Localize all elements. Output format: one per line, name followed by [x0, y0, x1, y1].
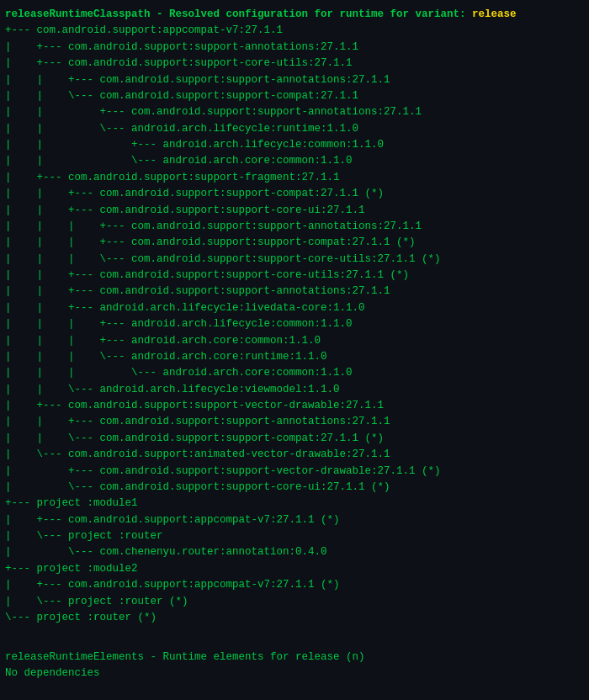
terminal-line: No dependencies — [5, 666, 584, 681]
terminal-line: | +--- com.android.support:support-vecto… — [5, 464, 584, 480]
terminal-line: | +--- com.android.support:support-fragm… — [5, 170, 584, 186]
terminal-line: | \--- com.chenenyu.router:annotation:0.… — [5, 544, 584, 560]
terminal-line: | | | +--- android.arch.lifecycle:common… — [5, 316, 584, 332]
terminal-line — [5, 626, 584, 642]
terminal-line: | \--- project :router (*) — [5, 594, 584, 610]
terminal-line: +--- project :module1 — [5, 496, 584, 512]
terminal-line: | | | +--- com.android.support:support-a… — [5, 219, 584, 235]
terminal-line: \--- project :router (*) — [5, 610, 584, 626]
terminal-line: | | +--- com.android.support:support-ann… — [5, 284, 584, 300]
terminal-line: | | | \--- com.android.support:support-c… — [5, 252, 584, 268]
terminal-window: releaseRuntimeClasspath - Resolved confi… — [5, 7, 584, 681]
terminal-line: | | | +--- com.android.support:support-c… — [5, 235, 584, 251]
terminal-line: | | \--- android.arch.core:common:1.1.0 — [5, 153, 584, 169]
terminal-line: | | +--- android.arch.lifecycle:livedata… — [5, 300, 584, 316]
terminal-line: | \--- com.android.support:support-core-… — [5, 480, 584, 496]
terminal-line: | | \--- android.arch.lifecycle:viewmode… — [5, 382, 584, 398]
terminal-output: releaseRuntimeClasspath - Resolved confi… — [5, 7, 584, 681]
terminal-line: | | \--- com.android.support:support-com… — [5, 88, 584, 104]
terminal-line: releaseRuntimeElements - Runtime element… — [5, 650, 584, 666]
terminal-line: | \--- com.android.support:animated-vect… — [5, 447, 584, 463]
terminal-line: | +--- com.android.support:support-core-… — [5, 56, 584, 72]
terminal-line: | | +--- com.android.support:support-cor… — [5, 203, 584, 219]
terminal-line: | | +--- com.android.support:support-com… — [5, 186, 584, 202]
terminal-line: | | \--- com.android.support:support-com… — [5, 431, 584, 447]
terminal-line: | +--- com.android.support:appcompat-v7:… — [5, 577, 584, 593]
terminal-line: +--- com.android.support:appcompat-v7:27… — [5, 23, 584, 39]
terminal-line: | +--- com.android.support:support-vecto… — [5, 398, 584, 414]
terminal-line: | \--- project :router — [5, 528, 584, 544]
terminal-line: | | | +--- android.arch.core:common:1.1.… — [5, 333, 584, 349]
terminal-line: | | +--- com.android.support:support-ann… — [5, 72, 584, 88]
terminal-line: | +--- com.android.support:appcompat-v7:… — [5, 512, 584, 528]
terminal-line: | +--- com.android.support:support-annot… — [5, 40, 584, 56]
terminal-line: | | \--- android.arch.lifecycle:runtime:… — [5, 121, 584, 137]
terminal-line: | | | \--- android.arch.core:common:1.1.… — [5, 365, 584, 381]
terminal-line: releaseRuntimeClasspath - Resolved confi… — [5, 7, 584, 23]
terminal-line: +--- project :module2 — [5, 561, 584, 577]
highlight-release: release — [472, 8, 517, 20]
terminal-line: | | +--- android.arch.lifecycle:common:1… — [5, 137, 584, 153]
terminal-line: | | +--- com.android.support:support-cor… — [5, 268, 584, 284]
terminal-line: | | | \--- android.arch.core:runtime:1.1… — [5, 349, 584, 365]
terminal-line: | | +--- com.android.support:support-ann… — [5, 414, 584, 430]
terminal-line: | | +--- com.android.support:support-ann… — [5, 104, 584, 120]
